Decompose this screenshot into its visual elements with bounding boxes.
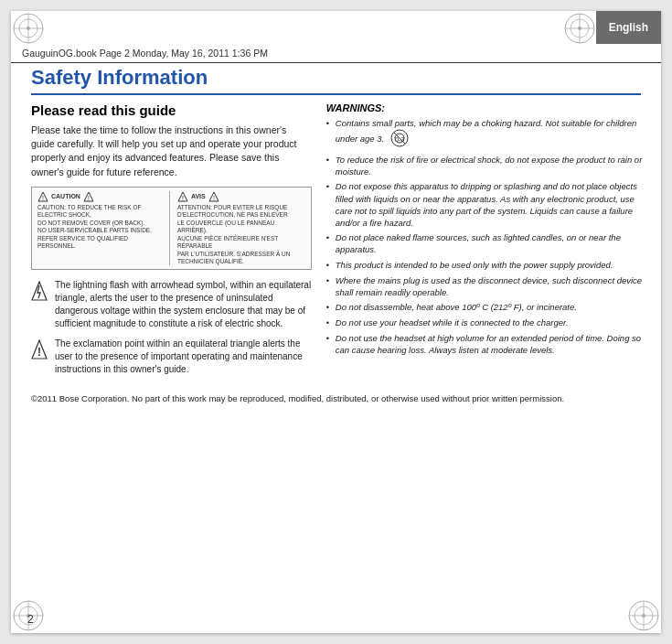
lightning-note: The lightning flash with arrowhead symbo… (31, 279, 312, 330)
caution-inner: ! CAUTION ! CAUTION: TO REDUCE THE RISK … (37, 191, 305, 266)
svg-text:!: ! (182, 195, 184, 201)
exclamation-note: ! The exclamation point within an equila… (31, 338, 312, 376)
caution-en-label: CAUTION (51, 192, 80, 200)
warning-item-6: Where the mains plug is used as the disc… (326, 274, 644, 298)
lightning-icon (31, 279, 48, 330)
section-heading: Please read this guide (31, 102, 312, 118)
right-column: WARNINGS: Contains small parts, which ma… (326, 102, 644, 383)
page-container: English GauguinOG.book Page 2 Monday, Ma… (11, 11, 661, 633)
body-text: Please take the time to follow the instr… (31, 123, 312, 179)
svg-text:!: ! (42, 195, 44, 201)
svg-point-4 (27, 27, 30, 30)
lightning-note-text: The lightning flash with arrowhead symbo… (55, 279, 312, 330)
warnings-list: Contains small parts, which may be a cho… (326, 117, 644, 356)
page-title: Safety Information (31, 66, 641, 95)
corner-decoration-tl (11, 11, 46, 46)
copyright-text: ©2011 Bose Corporation. No part of this … (31, 392, 641, 404)
warning-item-1: Contains small parts, which may be a cho… (326, 117, 644, 150)
book-info: GauguinOG.book Page 2 Monday, May 16, 20… (22, 48, 268, 59)
left-column: Please read this guide Please take the t… (31, 102, 312, 383)
book-header: GauguinOG.book Page 2 Monday, May 16, 20… (11, 44, 661, 63)
caution-fr: ! AVIS ! ATTENTION: POUR EVITER LE RISQU… (174, 191, 305, 266)
choking-hazard-icon: 0-3 (390, 129, 409, 150)
exclamation-note-text: The exclamation point within an equilate… (55, 338, 312, 376)
warnings-heading: WARNINGS: (326, 102, 644, 113)
caution-en: ! CAUTION ! CAUTION: TO REDUCE THE RISK … (37, 191, 170, 266)
caution-box: ! CAUTION ! CAUTION: TO REDUCE THE RISK … (31, 187, 312, 271)
svg-point-9 (578, 27, 581, 30)
warning-item-5: This product is intended to be used only… (326, 259, 644, 271)
corner-decoration-br (626, 598, 661, 633)
warning-item-2: To reduce the risk of fire or electrical… (326, 154, 644, 177)
caution-en-text: CAUTION: TO REDUCE THE RISK OF ELECTRIC … (37, 204, 165, 251)
warning-item-7: Do not disassemble, heat above 100º C (2… (326, 301, 644, 313)
warning-item-3: Do not expose this apparatus to dripping… (326, 180, 644, 228)
warning-item-9: Do not use the headset at high volume fo… (326, 332, 644, 356)
english-tab: English (596, 11, 661, 44)
content-columns: Please read this guide Please take the t… (31, 102, 641, 383)
exclamation-icon: ! (31, 338, 48, 376)
svg-text:!: ! (37, 346, 41, 359)
svg-point-34 (642, 614, 645, 617)
svg-text:!: ! (88, 195, 90, 201)
main-content: Safety Information Please read this guid… (31, 66, 641, 598)
svg-text:!: ! (213, 195, 215, 201)
caution-fr-text: ATTENTION: POUR EVITER LE RISQUE D'ELECT… (177, 204, 305, 266)
caution-fr-label: AVIS (191, 192, 206, 200)
warning-item-8: Do not use your headset while it is conn… (326, 317, 644, 328)
page-number: 2 (27, 613, 34, 626)
corner-decoration-tr (562, 11, 597, 46)
svg-text:0-3: 0-3 (395, 136, 404, 143)
language-tab-bar: English (596, 11, 661, 44)
warning-item-4: Do not place naked flame sources, such a… (326, 231, 644, 255)
